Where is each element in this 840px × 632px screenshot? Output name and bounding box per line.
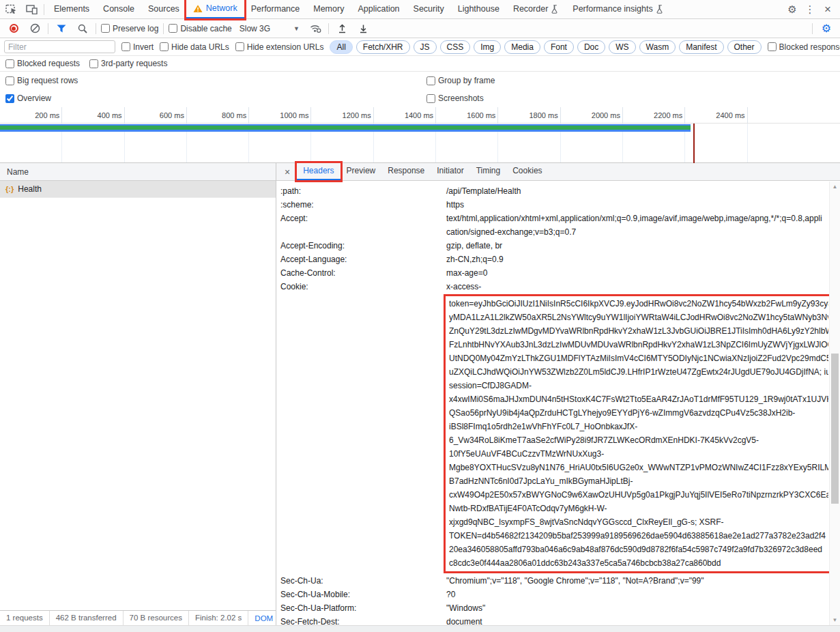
pill-wasm[interactable]: Wasm [639, 40, 676, 54]
header-row-path: :path: /api/Template/Health [280, 184, 828, 198]
tab-recorder[interactable]: Recorder [506, 0, 566, 18]
pill-css[interactable]: CSS [440, 40, 471, 54]
pill-font[interactable]: Font [544, 40, 574, 54]
close-detail-icon[interactable]: × [276, 167, 297, 177]
tab-sources[interactable]: Sources [141, 0, 186, 18]
pill-media[interactable]: Media [504, 40, 540, 54]
pill-manifest[interactable]: Manifest [679, 40, 723, 54]
export-har-icon[interactable] [355, 20, 371, 37]
tick-label: 2000 ms [592, 111, 620, 119]
header-row-scheme: :scheme: https [280, 198, 828, 212]
tab-label: Lighthouse [458, 0, 499, 18]
ruler-tick: 400 ms [62, 107, 124, 123]
cookie-token-line: cxW49O4p2E50x57xBWYGNoC9w6XawOzUHUVp5g0a… [449, 488, 828, 502]
tick-label: 200 ms [35, 111, 59, 119]
scrollbar-thumb[interactable] [831, 354, 839, 504]
separator [48, 23, 48, 34]
throttling-dropdown[interactable]: Slow 3G ▼ [237, 24, 302, 33]
pill-all[interactable]: All [330, 40, 352, 54]
request-detail-panel: × Headers Preview Response Initiator Tim… [276, 163, 840, 625]
detail-tab-cookies[interactable]: Cookies [506, 163, 548, 180]
status-requests-count: 1 requests [0, 611, 50, 625]
cookie-token-line: ZnQuY29tL3dzLzIwMDgvMDYvaWRlbnRpdHkvY2xh… [449, 324, 828, 338]
tick-label: 2400 ms [716, 111, 744, 119]
tab-application[interactable]: Application [351, 0, 406, 18]
screenshots-checkbox[interactable]: Screenshots [426, 94, 484, 103]
header-value: ?0 [446, 588, 823, 601]
pill-img[interactable]: Img [474, 40, 501, 54]
separator [44, 4, 44, 15]
blocked-requests-checkbox[interactable]: Blocked requests [5, 59, 80, 68]
tab-label: Recorder [513, 0, 548, 18]
network-overview[interactable]: 200 ms 400 ms 600 ms 800 ms 1000 ms 1200… [0, 107, 840, 163]
request-row-health[interactable]: {:} Health [0, 181, 276, 198]
third-party-requests-input[interactable] [89, 59, 98, 68]
close-devtools-icon[interactable]: × [820, 1, 836, 18]
search-icon[interactable] [74, 20, 91, 37]
record-network-log-icon[interactable] [5, 20, 22, 37]
blocked-response-cookies-checkbox[interactable]: Blocked response cookies [768, 42, 840, 52]
preserve-log-input[interactable] [101, 24, 110, 33]
hide-data-urls-input[interactable] [160, 42, 169, 51]
pill-fetch-xhr[interactable]: Fetch/XHR [356, 40, 410, 54]
tick-label: 1600 ms [467, 111, 495, 119]
detail-tab-headers[interactable]: Headers [297, 163, 340, 180]
filter-funnel-icon[interactable] [53, 20, 70, 37]
hide-extension-urls-checkbox[interactable]: Hide extension URLs [235, 42, 324, 52]
blocked-requests-input[interactable] [5, 59, 14, 68]
cookie-token-line: UtNDQ0My04ZmYzLThkZGU1MDFlYTAzMiIsImV4cC… [449, 351, 828, 365]
pill-ws[interactable]: WS [609, 40, 635, 54]
hide-extension-urls-input[interactable] [235, 42, 244, 51]
filter-input[interactable] [4, 40, 115, 53]
big-request-rows-checkbox[interactable]: Big request rows [5, 76, 78, 85]
header-row-sec-ch-ua-platform: Sec-Ch-Ua-Platform: "Windows" [280, 601, 828, 615]
preserve-log-checkbox[interactable]: Preserve log [101, 24, 158, 33]
group-by-frame-input[interactable] [426, 76, 435, 85]
network-settings-gear-icon[interactable]: ⚙ [818, 20, 835, 37]
tab-elements[interactable]: Elements [47, 0, 96, 18]
import-har-icon[interactable] [334, 20, 350, 37]
group-by-frame-checkbox[interactable]: Group by frame [426, 76, 495, 85]
disable-cache-checkbox[interactable]: Disable cache [169, 24, 231, 33]
pill-js[interactable]: JS [414, 40, 437, 54]
disable-cache-input[interactable] [169, 24, 177, 33]
screenshots-input[interactable] [426, 94, 435, 103]
big-request-rows-input[interactable] [5, 76, 14, 85]
ruler-tick: 600 ms [125, 107, 187, 123]
overview-checkbox[interactable]: Overview [5, 94, 51, 103]
tab-performance-insights[interactable]: Performance insights [566, 0, 670, 18]
third-party-requests-checkbox[interactable]: 3rd-party requests [89, 59, 167, 68]
invert-checkbox[interactable]: Invert [121, 42, 154, 52]
settings-gear-icon[interactable]: ⚙ [784, 1, 800, 18]
detail-tabstrip: × Headers Preview Response Initiator Tim… [276, 163, 840, 181]
separator [163, 23, 164, 34]
kebab-menu-icon[interactable]: ⋮ [802, 1, 818, 18]
inspect-element-icon[interactable] [3, 1, 19, 18]
name-header-label: Name [7, 167, 29, 177]
detail-tab-response[interactable]: Response [381, 163, 431, 180]
pill-other[interactable]: Other [727, 40, 762, 54]
pill-doc[interactable]: Doc [577, 40, 605, 54]
scroll-down-icon[interactable]: ▼ [830, 617, 840, 623]
invert-input[interactable] [121, 42, 130, 51]
tab-console[interactable]: Console [96, 0, 141, 18]
scroll-up-icon[interactable]: ▲ [830, 184, 840, 190]
toggle-device-toolbar-icon[interactable] [23, 1, 40, 18]
clear-network-log-icon[interactable] [27, 20, 43, 37]
tab-network[interactable]: Network [186, 0, 244, 18]
overview-label: Overview [17, 94, 51, 103]
overview-input[interactable] [5, 94, 14, 103]
detail-tab-initiator[interactable]: Initiator [431, 163, 469, 180]
detail-scrollbar[interactable]: ▲ ▼ [829, 182, 840, 625]
network-conditions-icon[interactable] [307, 20, 323, 37]
tab-performance[interactable]: Performance [244, 0, 307, 18]
detail-tab-timing[interactable]: Timing [470, 163, 507, 180]
name-column-header[interactable]: Name [0, 163, 276, 181]
header-name: Sec-Ch-Ua-Mobile: [280, 588, 446, 601]
tab-memory[interactable]: Memory [306, 0, 351, 18]
hide-data-urls-checkbox[interactable]: Hide data URLs [160, 42, 229, 52]
detail-tab-preview[interactable]: Preview [341, 163, 382, 180]
blocked-response-cookies-input[interactable] [768, 42, 777, 51]
tab-security[interactable]: Security [407, 0, 451, 18]
tab-lighthouse[interactable]: Lighthouse [451, 0, 506, 18]
